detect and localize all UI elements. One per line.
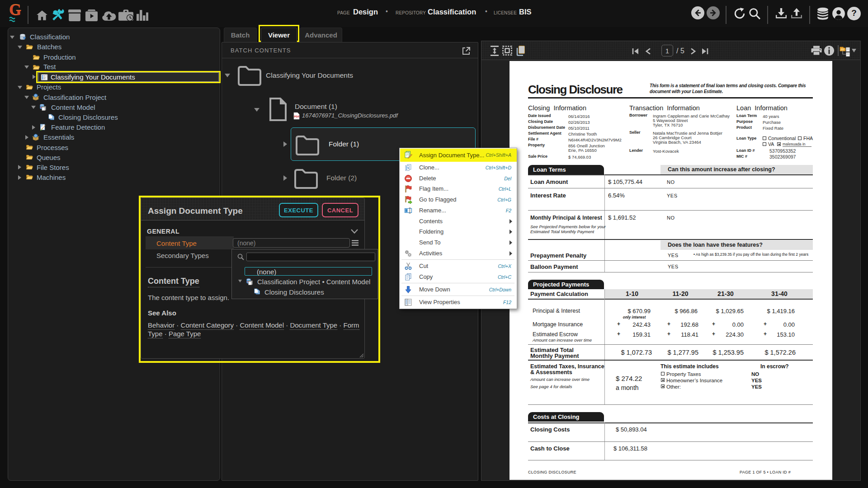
svg-text:PDF: PDF <box>294 115 300 118</box>
